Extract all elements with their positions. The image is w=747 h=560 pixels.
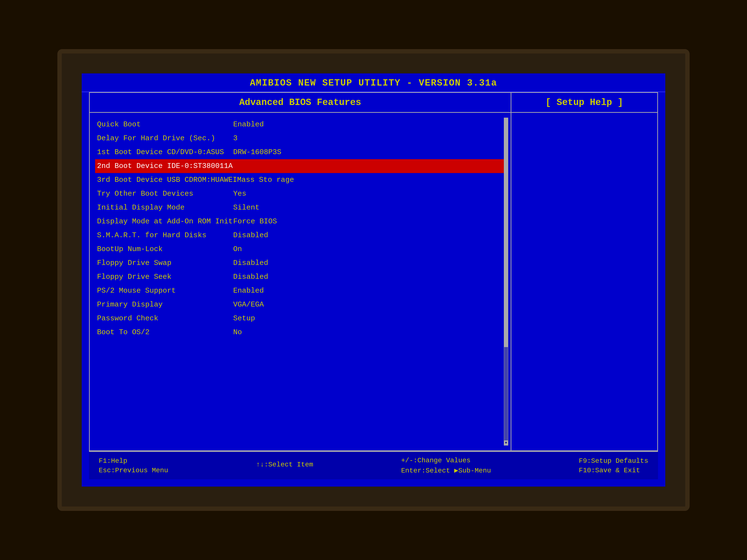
setting-label: Primary Display	[97, 299, 233, 310]
scrollbar-thumb	[504, 118, 508, 347]
left-panel: Advanced BIOS Features Quick BootEnabled…	[90, 93, 511, 450]
main-area: Advanced BIOS Features Quick BootEnabled…	[89, 92, 658, 451]
setting-value: Silent	[233, 202, 504, 213]
setting-label: Try Other Boot Devices	[97, 188, 233, 199]
setting-value: Disabled	[233, 230, 504, 241]
setting-row[interactable]: 3rd Boot Device USB CDROM:HUAWEIMass Sto…	[97, 173, 504, 187]
footer-f9: F9:Setup Defaults	[579, 457, 648, 465]
setting-row[interactable]: Delay For Hard Drive (Sec.)3	[97, 132, 504, 145]
setting-value: Mass Sto rage	[237, 175, 504, 185]
left-panel-title: Advanced BIOS Features	[90, 93, 511, 113]
setting-value: Force BIOS	[233, 216, 504, 227]
settings-list: Quick BootEnabledDelay For Hard Drive (S…	[90, 113, 511, 450]
bios-title: AMIBIOS NEW SETUP UTILITY - VERSION 3.31…	[82, 73, 665, 92]
setting-value: DRW-1608P3S	[233, 147, 504, 158]
footer-col-2: ↑↓:Select Item	[256, 461, 313, 470]
setting-value: Setup	[233, 313, 504, 324]
scrollbar-arrow-down[interactable]: ▼	[504, 441, 508, 445]
setting-value: Disabled	[233, 271, 504, 283]
setting-label: Floppy Drive Seek	[97, 271, 233, 283]
setting-value: VGA/EGA	[233, 299, 504, 310]
setting-row[interactable]: S.M.A.R.T. for Hard DisksDisabled	[97, 229, 504, 242]
setting-value: On	[233, 244, 504, 255]
footer: F1:Help Esc:Previous Menu ↑↓:Select Item…	[89, 451, 658, 479]
setting-row[interactable]: Primary DisplayVGA/EGA	[97, 298, 504, 312]
setting-label: BootUp Num-Lock	[97, 244, 233, 255]
setting-row[interactable]: Initial Display ModeSilent	[97, 201, 504, 215]
monitor-bezel: AMIBIOS NEW SETUP UTILITY - VERSION 3.31…	[57, 49, 690, 511]
setting-label: Delay For Hard Drive (Sec.)	[97, 133, 233, 144]
setting-label: 3rd Boot Device USB CDROM:HUAWEI	[97, 175, 237, 185]
setting-row[interactable]: BootUp Num-LockOn	[97, 242, 504, 256]
setting-value: 3	[233, 133, 504, 144]
footer-f1: F1:Help	[99, 457, 168, 465]
setting-row[interactable]: Quick BootEnabled	[97, 118, 504, 132]
setting-value: Yes	[233, 188, 504, 199]
setting-row[interactable]: 2nd Boot Device IDE-0:ST380011A	[95, 159, 505, 173]
setting-label: 1st Boot Device CD/DVD-0:ASUS	[97, 147, 233, 158]
footer-esc: Esc:Previous Menu	[99, 466, 168, 474]
setting-label: Display Mode at Add-On ROM Init	[97, 216, 233, 227]
setting-row[interactable]: 1st Boot Device CD/DVD-0:ASUSDRW-1608P3S	[97, 145, 504, 159]
setting-label: Floppy Drive Swap	[97, 258, 233, 269]
footer-change: +/-:Change Values	[401, 457, 491, 464]
setting-row[interactable]: Boot To OS/2No	[97, 325, 504, 339]
footer-col-3: +/-:Change Values Enter:Select ▶Sub-Menu	[401, 457, 491, 475]
footer-col-1: F1:Help Esc:Previous Menu	[99, 457, 168, 474]
setting-row[interactable]: PS/2 Mouse SupportEnabled	[97, 284, 504, 298]
setting-value: Enabled	[233, 285, 504, 296]
footer-col-4: F9:Setup Defaults F10:Save & Exit	[579, 457, 648, 474]
setting-label: Initial Display Mode	[97, 202, 233, 213]
setting-value: No	[233, 327, 504, 338]
setting-row[interactable]: Floppy Drive SwapDisabled	[97, 256, 504, 270]
footer-arrows: ↑↓:Select Item	[256, 461, 313, 469]
setting-label: Quick Boot	[97, 119, 233, 130]
right-panel-title: [ Setup Help ]	[511, 93, 657, 113]
footer-f10: F10:Save & Exit	[579, 466, 648, 474]
scrollbar[interactable]: ▼	[504, 118, 508, 446]
setting-value: Disabled	[233, 258, 504, 269]
right-panel: [ Setup Help ]	[511, 93, 657, 450]
setting-row[interactable]: Floppy Drive SeekDisabled	[97, 270, 504, 284]
setting-label: 2nd Boot Device IDE-0:ST380011A	[97, 161, 233, 171]
setting-label: Password Check	[97, 313, 233, 324]
setting-row[interactable]: Display Mode at Add-On ROM InitForce BIO…	[97, 215, 504, 229]
setting-label: PS/2 Mouse Support	[97, 285, 233, 296]
setting-label: S.M.A.R.T. for Hard Disks	[97, 230, 233, 241]
setting-row[interactable]: Password CheckSetup	[97, 312, 504, 325]
footer-enter: Enter:Select ▶Sub-Menu	[401, 466, 491, 475]
setting-row[interactable]: Try Other Boot DevicesYes	[97, 187, 504, 201]
setting-value: Enabled	[233, 119, 504, 130]
setting-label: Boot To OS/2	[97, 327, 233, 338]
bios-screen: AMIBIOS NEW SETUP UTILITY - VERSION 3.31…	[82, 73, 665, 487]
